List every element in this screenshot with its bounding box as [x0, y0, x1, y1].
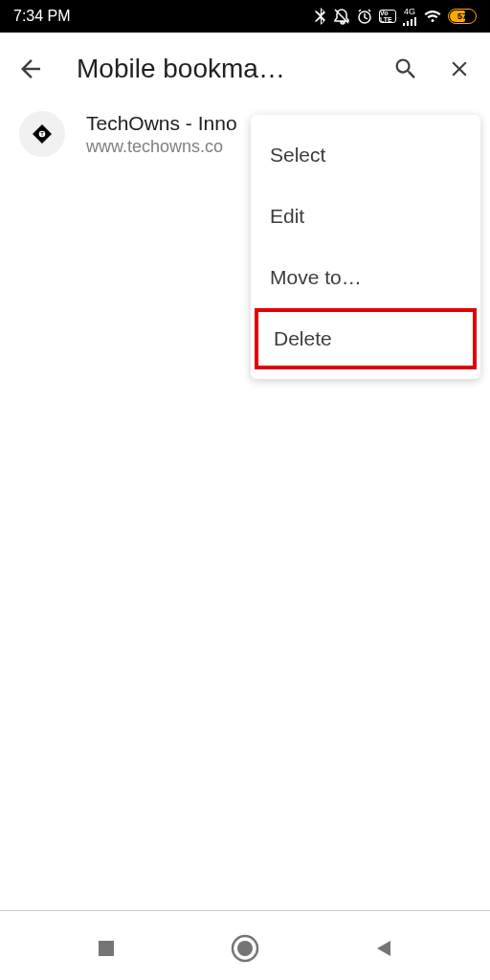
search-button[interactable] — [383, 46, 429, 92]
favicon: T — [19, 111, 65, 157]
nav-bar — [0, 921, 490, 980]
page-title: Mobile bookma… — [61, 54, 375, 84]
nav-home-button[interactable] — [231, 934, 259, 967]
mute-icon — [333, 8, 350, 25]
arrow-back-icon — [16, 55, 45, 83]
status-bar: 7:34 PM Vo LTE 4G 57 — [0, 0, 490, 33]
status-right: Vo LTE 4G 57 — [314, 8, 477, 26]
menu-item-edit[interactable]: Edit — [251, 186, 480, 247]
context-menu: Select Edit Move to… Delete — [251, 115, 480, 379]
triangle-back-icon — [373, 938, 394, 959]
svg-rect-3 — [99, 941, 114, 956]
diamond-icon: T — [32, 123, 53, 145]
status-time: 7:34 PM — [13, 8, 71, 25]
alarm-icon — [356, 8, 373, 25]
nav-back-button[interactable] — [373, 938, 394, 963]
menu-item-delete[interactable]: Delete — [255, 308, 477, 369]
cellular-icon: 4G — [402, 8, 417, 26]
search-icon — [392, 56, 419, 82]
close-icon — [447, 56, 472, 81]
nav-recent-button[interactable] — [96, 938, 117, 963]
app-bar: Mobile bookma… — [0, 33, 490, 105]
battery-icon: 57 — [448, 9, 477, 24]
svg-text:T: T — [40, 131, 43, 137]
svg-point-5 — [237, 941, 253, 956]
wifi-icon — [423, 9, 442, 24]
divider — [0, 910, 490, 911]
menu-item-move-to[interactable]: Move to… — [251, 247, 480, 308]
close-button[interactable] — [436, 46, 482, 92]
square-icon — [96, 938, 117, 959]
back-button[interactable] — [8, 46, 54, 92]
bluetooth-icon — [314, 8, 327, 25]
circle-icon — [231, 934, 259, 963]
menu-item-select[interactable]: Select — [251, 124, 480, 186]
volte-icon: Vo LTE — [379, 10, 396, 23]
